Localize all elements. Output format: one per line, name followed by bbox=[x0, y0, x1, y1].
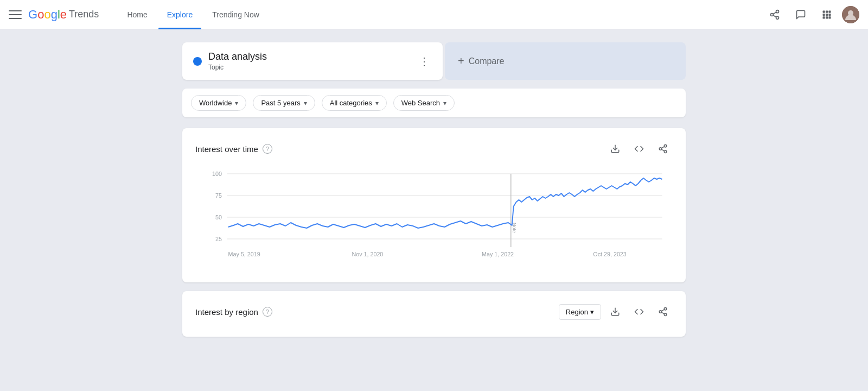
help-icon[interactable]: ? bbox=[263, 144, 272, 154]
svg-line-3 bbox=[773, 15, 776, 17]
card-title-area: Interest over time ? bbox=[195, 144, 272, 154]
compare-plus-icon: + bbox=[458, 55, 464, 67]
region-chevron: ▾ bbox=[235, 99, 238, 107]
nav-left: Google Trends Home Explore Trending Now bbox=[9, 6, 268, 23]
svg-rect-6 bbox=[826, 10, 828, 12]
svg-rect-11 bbox=[823, 16, 825, 18]
search-area: Data analysis Topic ⋮ + Compare bbox=[182, 42, 686, 80]
nav-links: Home Explore Trending Now bbox=[118, 6, 267, 23]
region-share-button[interactable] bbox=[653, 302, 673, 321]
filters-bar: Worldwide ▾ Past 5 years ▾ All categorie… bbox=[182, 89, 686, 117]
svg-text:50: 50 bbox=[215, 214, 222, 220]
compare-card[interactable]: + Compare bbox=[445, 42, 686, 80]
category-chevron: ▾ bbox=[375, 99, 379, 107]
search-term: Data analysis bbox=[208, 51, 417, 62]
svg-line-20 bbox=[661, 149, 664, 151]
nav-trending[interactable]: Trending Now bbox=[203, 6, 268, 23]
trends-text: Trends bbox=[69, 9, 99, 20]
search-type-label: Web Search bbox=[401, 99, 440, 107]
region-card-header: Interest by region ? Region ▾ bbox=[195, 302, 673, 321]
svg-rect-8 bbox=[823, 13, 825, 15]
card-title: Interest over time bbox=[195, 144, 258, 154]
google-trends-logo[interactable]: Google Trends bbox=[28, 8, 99, 22]
svg-line-4 bbox=[773, 12, 776, 14]
region-filter[interactable]: Worldwide ▾ bbox=[191, 95, 246, 111]
region-select-label: Region bbox=[566, 308, 588, 316]
nav-right bbox=[764, 4, 859, 26]
region-download-button[interactable] bbox=[605, 302, 625, 321]
svg-rect-12 bbox=[826, 16, 828, 18]
region-select-button[interactable]: Region ▾ bbox=[559, 304, 601, 320]
search-dot bbox=[193, 57, 202, 66]
svg-text:May 1, 2022: May 1, 2022 bbox=[482, 251, 514, 257]
main-content: Data analysis Topic ⋮ + Compare Worldwid… bbox=[174, 29, 694, 358]
time-label: Past 5 years bbox=[261, 99, 300, 107]
svg-line-40 bbox=[661, 312, 664, 314]
svg-rect-5 bbox=[823, 10, 825, 12]
svg-text:25: 25 bbox=[215, 236, 222, 242]
svg-rect-9 bbox=[826, 13, 828, 15]
svg-text:May 5, 2019: May 5, 2019 bbox=[228, 251, 260, 257]
region-help-icon[interactable]: ? bbox=[263, 307, 272, 317]
navbar: Google Trends Home Explore Trending Now bbox=[0, 0, 868, 29]
time-filter[interactable]: Past 5 years ▾ bbox=[253, 95, 315, 111]
svg-text:100: 100 bbox=[212, 171, 222, 177]
chart-container: 100 75 50 25 Note May 5, 2019 Nov 1, 202… bbox=[195, 163, 673, 272]
nav-home[interactable]: Home bbox=[118, 6, 156, 23]
search-text: Data analysis Topic bbox=[208, 51, 417, 71]
svg-text:75: 75 bbox=[215, 192, 222, 199]
svg-text:Nov 1, 2020: Nov 1, 2020 bbox=[352, 251, 383, 257]
region-embed-button[interactable] bbox=[629, 302, 649, 321]
user-avatar[interactable] bbox=[842, 6, 859, 23]
time-chevron: ▾ bbox=[304, 99, 307, 107]
region-card-title: Interest by region bbox=[195, 307, 258, 317]
embed-button[interactable] bbox=[629, 139, 649, 159]
share-chart-button[interactable] bbox=[653, 139, 673, 159]
region-title-area: Interest by region ? bbox=[195, 307, 272, 317]
card-header: Interest over time ? bbox=[195, 139, 673, 159]
search-type-chevron: ▾ bbox=[443, 99, 446, 107]
category-filter[interactable]: All categories ▾ bbox=[322, 95, 387, 111]
region-select-chevron: ▾ bbox=[590, 308, 594, 316]
hamburger-menu[interactable] bbox=[9, 8, 22, 21]
search-more-button[interactable]: ⋮ bbox=[417, 53, 432, 70]
svg-rect-10 bbox=[828, 13, 831, 15]
nav-explore[interactable]: Explore bbox=[158, 6, 201, 23]
search-card: Data analysis Topic ⋮ bbox=[182, 42, 443, 80]
compare-label: Compare bbox=[469, 56, 505, 66]
apps-button[interactable] bbox=[816, 4, 838, 26]
svg-text:Oct 29, 2023: Oct 29, 2023 bbox=[593, 251, 626, 257]
interest-over-time-card: Interest over time ? bbox=[182, 128, 686, 282]
search-type-filter[interactable]: Web Search ▾ bbox=[393, 95, 455, 111]
region-card-actions: Region ▾ bbox=[559, 302, 673, 321]
interest-by-region-card: Interest by region ? Region ▾ bbox=[182, 291, 686, 337]
category-label: All categories bbox=[330, 99, 372, 107]
svg-rect-7 bbox=[828, 10, 831, 12]
google-text: Google bbox=[28, 8, 67, 22]
feedback-button[interactable] bbox=[790, 4, 812, 26]
card-actions bbox=[605, 139, 673, 159]
interest-chart: 100 75 50 25 Note May 5, 2019 Nov 1, 202… bbox=[195, 163, 673, 272]
share-button[interactable] bbox=[764, 4, 786, 26]
download-button[interactable] bbox=[605, 139, 625, 159]
svg-rect-13 bbox=[828, 16, 831, 18]
region-label: Worldwide bbox=[199, 99, 232, 107]
search-type: Topic bbox=[208, 64, 417, 71]
svg-line-41 bbox=[661, 310, 664, 311]
svg-line-21 bbox=[661, 147, 664, 148]
